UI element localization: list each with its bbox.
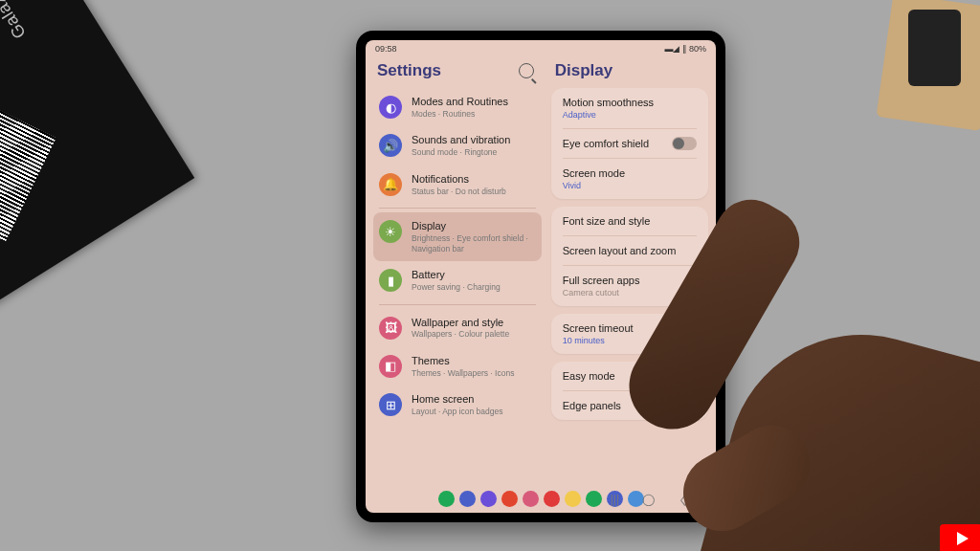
settings-item-icon: ◐ (379, 96, 402, 119)
setting-row-desc: Camera cutout (563, 288, 697, 298)
setting-row-title: Font size and style (563, 215, 697, 227)
toggle-switch[interactable] (672, 137, 697, 150)
nav-bar[interactable]: ||| ◯ く (611, 493, 689, 509)
setting-row-title: Screen mode (563, 167, 697, 179)
nav-home-icon[interactable]: ◯ (642, 493, 655, 509)
display-settings[interactable]: Display Motion smoothnessAdaptiveEye com… (547, 57, 716, 487)
settings-item-title: Themes (412, 355, 514, 368)
setting-row-screen-layout-and-zoom[interactable]: Screen layout and zoom (551, 236, 708, 265)
settings-card: Motion smoothnessAdaptiveEye comfort shi… (551, 88, 708, 199)
display-title: Display (555, 61, 701, 80)
dock-app-icon[interactable] (459, 491, 476, 507)
setting-row-eye-comfort-shield[interactable]: Eye comfort shield (551, 129, 708, 158)
settings-title: Settings (377, 61, 441, 80)
settings-item-display[interactable]: ☀DisplayBrightness · Eye comfort shield … (373, 212, 542, 261)
desk-object-dark (908, 10, 961, 86)
setting-row-value: Adaptive (563, 110, 697, 120)
settings-card: Easy modeEdge panels (551, 362, 708, 420)
setting-row-value: 10 minutes (563, 336, 697, 345)
youtube-logo-icon (940, 524, 980, 551)
setting-row-title: Motion smoothness (563, 97, 697, 108)
nav-recents-icon[interactable]: ||| (611, 493, 619, 509)
settings-item-title: Battery (412, 269, 501, 282)
setting-row-full-screen-apps[interactable]: Full screen appsCamera cutout (551, 266, 708, 306)
settings-item-icon: 🔊 (379, 134, 402, 157)
setting-row-value: Vivid (563, 181, 697, 190)
settings-item-icon: 🔔 (379, 173, 402, 196)
setting-row-edge-panels[interactable]: Edge panels (551, 391, 708, 420)
settings-item-subtitle: Wallpapers · Colour palette (412, 329, 509, 340)
settings-item-title: Wallpaper and style (412, 317, 509, 330)
settings-item-title: Display (412, 220, 536, 233)
dock-app-icon[interactable] (544, 491, 560, 507)
dock-app-icon[interactable] (501, 491, 518, 507)
settings-item-title: Sounds and vibration (412, 134, 510, 147)
settings-item-title: Modes and Routines (412, 96, 508, 109)
settings-item-subtitle: Sound mode · Ringtone (412, 147, 510, 158)
settings-item-subtitle: Modes · Routines (412, 109, 508, 120)
barcode (0, 109, 56, 242)
dock-app-icon[interactable] (565, 491, 581, 507)
dock-app-icon[interactable] (523, 491, 539, 507)
settings-list[interactable]: Settings ◐Modes and RoutinesModes · Rout… (366, 57, 547, 487)
settings-item-title: Notifications (412, 173, 506, 187)
setting-row-easy-mode[interactable]: Easy mode (551, 362, 708, 390)
setting-row-title: Screen timeout (563, 322, 697, 334)
settings-item-wallpaper-and-style[interactable]: 🖼Wallpaper and styleWallpapers · Colour … (373, 309, 542, 347)
settings-item-icon: 🖼 (379, 317, 402, 340)
nav-back-icon[interactable]: く (678, 493, 689, 509)
settings-item-icon: ▮ (379, 269, 402, 292)
settings-item-battery[interactable]: ▮BatteryPower saving · Charging (373, 261, 542, 299)
dock-app-icon[interactable] (586, 491, 602, 507)
device-frame: 09:58 ▬◢ ‖ 80% Settings ◐Modes and Routi… (356, 31, 725, 522)
setting-row-motion-smoothness[interactable]: Motion smoothnessAdaptive (551, 88, 708, 128)
dock-app-icon[interactable] (480, 491, 497, 507)
settings-item-icon: ☀ (379, 220, 402, 243)
settings-card: Font size and styleScreen layout and zoo… (551, 207, 708, 306)
settings-item-icon: ◧ (379, 355, 402, 378)
settings-item-subtitle: Power saving · Charging (412, 282, 501, 293)
settings-item-modes-and-routines[interactable]: ◐Modes and RoutinesModes · Routines (373, 88, 542, 126)
settings-item-title: Home screen (412, 393, 502, 407)
setting-row-title: Easy mode (563, 370, 697, 382)
setting-row-title: Full screen apps (563, 275, 697, 286)
settings-item-subtitle: Brightness · Eye comfort shield · Naviga… (412, 233, 536, 253)
product-box (0, 0, 194, 325)
setting-row-screen-timeout[interactable]: Screen timeout10 minutes (551, 314, 708, 354)
settings-card: Screen timeout10 minutes (551, 314, 708, 354)
toggle-switch[interactable] (672, 399, 697, 412)
status-time: 09:58 (375, 44, 397, 54)
status-icons: ▬◢ ‖ (664, 44, 687, 54)
search-icon[interactable] (519, 63, 534, 78)
settings-item-subtitle: Layout · App icon badges (412, 407, 502, 417)
settings-item-sounds-and-vibration[interactable]: 🔊Sounds and vibrationSound mode · Ringto… (373, 126, 542, 165)
settings-item-subtitle: Themes · Wallpapers · Icons (412, 368, 514, 379)
screen: 09:58 ▬◢ ‖ 80% Settings ◐Modes and Routi… (366, 40, 716, 513)
settings-item-notifications[interactable]: 🔔NotificationsStatus bar · Do not distur… (373, 165, 542, 204)
settings-item-icon: ⊞ (379, 393, 402, 416)
settings-item-home-screen[interactable]: ⊞Home screenLayout · App icon badges (373, 386, 542, 424)
status-bar: 09:58 ▬◢ ‖ 80% (366, 40, 716, 57)
status-battery: 80% (689, 44, 706, 54)
settings-item-themes[interactable]: ◧ThemesThemes · Wallpapers · Icons (373, 347, 542, 386)
setting-row-font-size-and-style[interactable]: Font size and style (551, 207, 708, 235)
setting-row-screen-mode[interactable]: Screen modeVivid (551, 159, 708, 199)
dock-app-icon[interactable] (438, 491, 455, 507)
settings-item-subtitle: Status bar · Do not disturb (412, 187, 506, 197)
setting-row-title: Screen layout and zoom (563, 245, 697, 256)
